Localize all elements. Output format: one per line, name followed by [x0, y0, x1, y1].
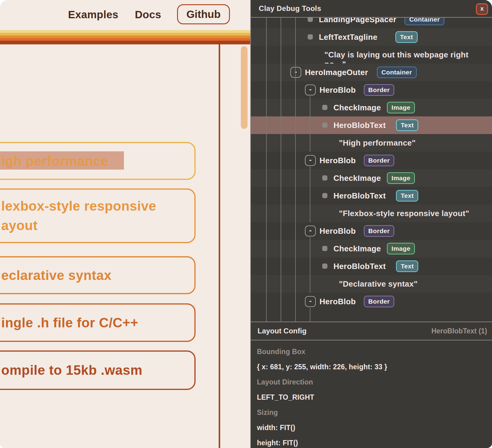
feature-box: eclarative syntax — [0, 256, 196, 294]
tree-guide-line — [281, 18, 281, 322]
tree-row[interactable]: CheckImageImage — [251, 99, 492, 116]
tree-guide-line — [310, 237, 310, 293]
layout-config-title: Layout Config — [258, 327, 306, 335]
element-bullet-icon — [322, 246, 327, 251]
feature-box-text: igh performance — [1, 151, 108, 171]
config-field-value: width: FIT() — [257, 420, 482, 435]
tree-row[interactable]: LeftTextTaglineText — [251, 28, 492, 46]
tree-row[interactable]: "Flexbox-style responsive layout" — [251, 205, 492, 222]
element-name: LeftTextTagline — [319, 33, 378, 42]
feature-box: ompile to 15kb .wasm — [0, 350, 196, 390]
element-type-badge: Border — [364, 296, 395, 307]
element-type-badge: Text — [396, 260, 418, 272]
tree-row[interactable]: -HeroBlobBorder — [251, 81, 492, 99]
nav-link-examples[interactable]: Examples — [68, 9, 118, 21]
element-type-badge: Container — [377, 67, 417, 78]
nav-link-docs[interactable]: Docs — [135, 9, 161, 21]
feature-box-text: eclarative syntax — [1, 266, 111, 285]
collapse-toggle[interactable]: - — [290, 67, 301, 78]
element-name: HeroBlobText — [333, 121, 386, 130]
tree-row[interactable]: HeroBlobTextText — [251, 116, 492, 134]
element-name: HeroBlob — [319, 156, 356, 165]
element-name: CheckImage — [333, 244, 381, 253]
content-divider — [219, 44, 220, 448]
config-field-value: height: FIT() — [257, 435, 482, 448]
tree-row[interactable]: HeroBlobTextText — [251, 257, 492, 275]
close-button[interactable]: x — [476, 3, 488, 15]
element-type-badge: Text — [395, 31, 418, 43]
collapse-toggle[interactable]: - — [305, 296, 316, 307]
element-bullet-icon — [322, 122, 327, 128]
tree-guide-line — [266, 18, 267, 322]
tree-row[interactable]: -HeroBlobBorder — [251, 152, 492, 169]
feature-box-text: ingle .h file for C/C++ — [1, 313, 138, 333]
collapse-toggle[interactable]: - — [305, 155, 316, 166]
app-window: Examples Docs Github igh performancelexb… — [0, 0, 492, 448]
element-type-badge: Image — [387, 243, 415, 254]
github-button[interactable]: Github — [177, 4, 230, 24]
debug-panel: LandingPageSpacerContainerLeftTextTaglin… — [250, 0, 492, 448]
element-type-badge: Border — [364, 225, 395, 237]
debug-panel-title: Clay Debug Tools — [259, 4, 321, 13]
element-type-badge: Text — [396, 119, 418, 131]
text-content-quote: "High performance" — [339, 138, 416, 148]
tree-row[interactable]: -HeroBlobBorder — [251, 222, 492, 240]
text-content-quote: "Flexbox-style responsive layout" — [339, 209, 469, 218]
element-type-badge: Image — [387, 172, 415, 184]
debug-panel-header: Clay Debug Tools — [251, 0, 492, 18]
element-type-badge: Border — [364, 155, 395, 166]
text-content-quote: "Declarative syntax" — [339, 279, 418, 289]
tree-row[interactable]: CheckImageImage — [251, 240, 492, 257]
element-name: HeroBlob — [319, 297, 356, 306]
tree-guide-line — [310, 96, 310, 152]
page-scrollbar-thumb[interactable] — [241, 46, 248, 129]
tree-row[interactable]: -HeroBlobBorder — [251, 293, 492, 310]
element-name: CheckImage — [333, 103, 381, 112]
config-field-label: Bounding Box — [257, 344, 482, 359]
element-name: CheckImage — [333, 174, 381, 183]
tree-row[interactable]: "Declarative syntax" — [251, 275, 492, 293]
feature-box: ingle .h file for C/C++ — [0, 303, 196, 342]
tree-row[interactable]: "Clay is laying out this webpage right n… — [251, 46, 492, 64]
feature-box: igh performance — [0, 142, 196, 180]
config-field-value: { x: 681, y: 255, width: 226, height: 33… — [257, 359, 482, 374]
element-name: HeroBlobText — [333, 191, 386, 201]
element-name: HeroBlob — [319, 226, 356, 236]
config-field-label: Sizing — [257, 405, 482, 420]
tree-guide-line — [310, 167, 310, 222]
element-name: HeroImageOuter — [305, 68, 368, 77]
feature-box: lexbox-style responsive ayout — [0, 188, 196, 243]
tree-guide-line — [310, 308, 310, 322]
element-bullet-icon — [322, 264, 327, 269]
feature-box-text: lexbox-style responsive ayout — [1, 196, 156, 235]
selected-element-label: HeroBlobText (1) — [431, 327, 487, 335]
layout-config-body: Bounding Box{ x: 681, y: 255, width: 226… — [257, 344, 482, 448]
element-bullet-icon — [322, 105, 327, 110]
tree-row[interactable]: HeroBlobTextText — [251, 187, 492, 205]
element-type-badge: Image — [387, 102, 415, 113]
element-name: HeroBlob — [319, 85, 356, 95]
element-name: HeroBlobText — [333, 262, 386, 271]
element-bullet-icon — [308, 34, 313, 40]
element-bullet-icon — [322, 193, 327, 198]
tree-guide-line — [295, 18, 296, 322]
feature-box-text: ompile to 15kb .wasm — [1, 360, 142, 380]
tree-row[interactable]: "High performance" — [251, 134, 492, 152]
config-field-label: Layout Direction — [257, 374, 482, 390]
collapse-toggle[interactable]: - — [305, 226, 316, 236]
element-type-badge: Border — [364, 84, 395, 96]
tree-row[interactable]: CheckImageImage — [251, 169, 492, 187]
layout-config-header: Layout Config HeroBlobText (1) — [251, 322, 492, 340]
element-bullet-icon — [322, 175, 327, 181]
tree-row[interactable]: -HeroImageOuterContainer — [251, 64, 492, 81]
config-field-value: LEFT_TO_RIGHT — [257, 390, 482, 405]
collapse-toggle[interactable]: - — [305, 84, 316, 95]
element-type-badge: Text — [396, 190, 418, 202]
element-tree: LandingPageSpacerContainerLeftTextTaglin… — [251, 0, 492, 322]
